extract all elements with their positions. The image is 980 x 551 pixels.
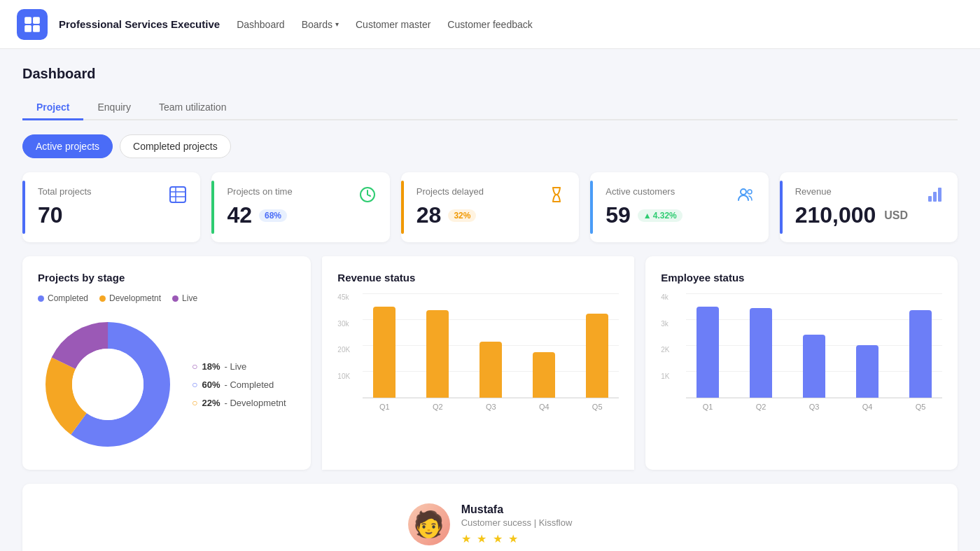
svg-rect-11 (928, 196, 932, 202)
legend-live: Live (172, 293, 197, 303)
revenue-bars (363, 293, 619, 398)
kpi-active-customers: Active customers 59 ▲ 4.32% (590, 172, 768, 242)
kpi-label: Projects delayed (416, 186, 564, 197)
bar-q1 (363, 307, 406, 398)
bar (426, 310, 449, 398)
x-label: Q4 (522, 403, 566, 411)
chart-title: Employee status (661, 272, 942, 284)
kpi-label: Revenue (795, 186, 942, 197)
chart-title: Projects by stage (38, 272, 295, 284)
svg-rect-4 (170, 187, 186, 202)
filter-active-projects[interactable]: Active projects (22, 134, 113, 158)
x-label: Q1 (363, 403, 406, 411)
kpi-total-projects: Total projects 70 (22, 172, 200, 242)
logo-icon (23, 15, 41, 34)
star-rating: ★ ★ ★ ★ (461, 532, 573, 545)
kpi-revenue: Revenue 210,000 USD (780, 172, 958, 242)
bar (856, 345, 878, 398)
kpi-value: 210,000 USD (795, 202, 942, 228)
kpi-border (211, 181, 214, 234)
bar (586, 314, 608, 398)
bar (373, 307, 396, 398)
bar (803, 335, 825, 398)
x-label: Q5 (575, 403, 619, 411)
kpi-badge: ▲ 4.32% (638, 209, 682, 222)
projects-by-stage-card: Projects by stage Completed Developmetnt… (22, 256, 311, 470)
nav-customer-feedback[interactable]: Customer feedback (447, 16, 532, 33)
label-live: ○ 18% - Live (192, 361, 286, 372)
bar-q3 (792, 335, 836, 398)
employee-status-card: Employee status 4k 3k 2K 1K (645, 256, 958, 470)
kpi-badge: 68% (259, 209, 287, 222)
svg-rect-2 (24, 25, 31, 32)
x-label: Q1 (686, 403, 729, 411)
chart-title: Revenue status (337, 272, 619, 284)
svg-rect-1 (33, 17, 40, 24)
y-label: 20K (337, 346, 350, 354)
nav-dashboard[interactable]: Dashboard (237, 16, 285, 33)
label-completed: ○ 60% - Completed (192, 379, 286, 390)
tab-bar: Project Enquiry Team utilization (22, 96, 958, 120)
clock-icon (358, 185, 377, 207)
legend-dot (172, 295, 178, 302)
x-label: Q3 (469, 403, 512, 411)
bar-q4 (846, 345, 889, 398)
kpi-border (780, 181, 783, 234)
y-label: 2K (661, 346, 669, 354)
x-label: Q5 (899, 403, 942, 411)
svg-point-10 (748, 190, 752, 194)
kpi-value: 59 ▲ 4.32% (606, 202, 752, 228)
kpi-projects-on-time: Projects on time 42 68% (211, 172, 389, 242)
kpi-label: Active customers (606, 186, 752, 197)
bar (696, 307, 719, 398)
kpi-value: 42 68% (227, 202, 374, 228)
testimonial-inner: 🧑 Mustafa Customer sucess | Kissflow ★ ★… (408, 503, 573, 545)
bar-q2 (739, 308, 783, 398)
tab-enquiry[interactable]: Enquiry (83, 96, 144, 120)
svg-rect-3 (33, 25, 40, 32)
label-development: ○ 22% - Developmetnt (192, 397, 286, 408)
x-label: Q4 (846, 403, 889, 411)
tab-project[interactable]: Project (22, 96, 83, 120)
legend-dot (38, 295, 44, 302)
y-label: 1K (661, 372, 669, 380)
chart-icon (925, 185, 945, 207)
page-title: Dashboard (22, 66, 958, 82)
y-axis-labels: 4k 3k 2K 1K (661, 293, 669, 398)
testimonial-role: Customer sucess | Kissflow (461, 517, 573, 528)
legend-dot (99, 295, 106, 302)
nav-boards[interactable]: Boards ▾ (302, 16, 339, 33)
bar (909, 310, 932, 398)
filter-completed-projects[interactable]: Completed projects (120, 134, 231, 158)
donut-labels: ○ 18% - Live ○ 60% - Completed ○ 22% - D… (192, 361, 286, 408)
kpi-label: Projects on time (227, 186, 374, 197)
kpi-projects-delayed: Projects delayed 28 32% (401, 172, 579, 242)
header: Professional Services Executive Dashboar… (0, 0, 980, 49)
revenue-chart-wrapper: 45k 30k 20K 10K (337, 293, 619, 411)
avatar: 🧑 (408, 503, 450, 545)
x-axis-labels: Q1 Q2 Q3 Q4 Q5 (363, 398, 619, 411)
y-label: 10K (337, 372, 350, 380)
app-logo (17, 9, 48, 40)
kpi-border (590, 181, 593, 234)
x-label: Q2 (739, 403, 783, 411)
x-axis-labels: Q1 Q2 Q3 Q4 Q5 (686, 398, 942, 411)
bar-q1 (686, 307, 729, 398)
svg-point-9 (741, 189, 746, 195)
donut-chart (38, 314, 178, 454)
svg-rect-0 (24, 17, 31, 24)
x-label: Q3 (792, 403, 836, 411)
kpi-label: Total projects (38, 186, 185, 197)
boards-dropdown-arrow: ▾ (335, 20, 339, 28)
table-icon (168, 185, 188, 207)
testimonial-card: 🧑 Mustafa Customer sucess | Kissflow ★ ★… (22, 484, 958, 551)
legend: Completed Developmetnt Live (38, 293, 295, 303)
kpi-row: Total projects 70 Projects on time 42 68… (22, 172, 958, 242)
testimonial-info: Mustafa Customer sucess | Kissflow ★ ★ ★… (461, 503, 573, 545)
legend-completed: Completed (38, 293, 88, 303)
nav-customer-master[interactable]: Customer master (356, 16, 430, 33)
tab-team-utilization[interactable]: Team utilization (145, 96, 241, 120)
testimonial-name: Mustafa (461, 503, 573, 516)
bar (750, 308, 772, 398)
employee-bars (686, 293, 942, 398)
